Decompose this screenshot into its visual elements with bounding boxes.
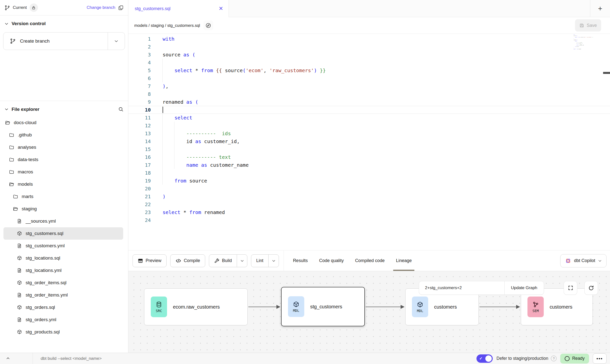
- lint-button[interactable]: Lint: [251, 255, 268, 267]
- lineage-node-ecom-raw-customers[interactable]: SRCecom.raw_customers: [144, 288, 248, 325]
- line-number: 13: [128, 130, 151, 137]
- line-number: 6: [128, 74, 151, 82]
- panel-tab-results[interactable]: Results: [287, 250, 313, 271]
- line-number: 5: [128, 66, 151, 74]
- file-name: docs-cloud: [14, 120, 36, 125]
- fullscreen-button[interactable]: [564, 281, 577, 295]
- file-tree-item--sources-yml[interactable]: __sources.yml: [3, 215, 123, 227]
- file-name: models: [18, 182, 33, 187]
- file-name: stg_products.sql: [26, 329, 60, 335]
- panel-tab-lineage[interactable]: Lineage: [390, 250, 417, 271]
- code-line-6: [163, 74, 571, 82]
- node-type-label: MDL: [293, 309, 299, 313]
- folder-open-icon: [13, 206, 18, 212]
- version-control-header[interactable]: Version control: [0, 16, 128, 30]
- file-name: .github: [18, 132, 32, 138]
- model-icon: [17, 329, 22, 335]
- file-search-icon[interactable]: [118, 106, 124, 112]
- refresh-icon: [588, 285, 594, 291]
- explore-lineage-button[interactable]: [203, 20, 213, 30]
- file-tree-item-marts[interactable]: marts: [3, 190, 123, 203]
- update-graph-button[interactable]: Update Graph: [505, 281, 544, 295]
- node-title: stg_customers: [310, 304, 342, 310]
- node-title: customers: [550, 304, 572, 310]
- file-name: stg_customers.sql: [26, 231, 63, 236]
- file-tree-item-models[interactable]: models: [3, 178, 123, 190]
- file-tree-item--github[interactable]: .github: [3, 129, 123, 141]
- model-icon: [17, 231, 22, 236]
- compile-label: Compile: [184, 258, 200, 263]
- file-tree-item-stg-order-items-sql[interactable]: stg_order_items.sql: [3, 277, 123, 289]
- code-editor[interactable]: 123456789101112131415161718192021222324 …: [128, 34, 610, 250]
- fullscreen-icon: [568, 285, 574, 291]
- node-type-badge: MDL: [412, 297, 428, 317]
- semantic-icon: [532, 301, 539, 308]
- file-name: stg_locations.yml: [26, 268, 62, 273]
- folder-open-icon: [9, 182, 14, 187]
- file-tree-item-macros[interactable]: macros: [3, 166, 123, 178]
- lint-menu-button[interactable]: [268, 255, 279, 267]
- build-button[interactable]: Build: [209, 255, 237, 267]
- command-input[interactable]: dbt build --select <model_name>: [41, 356, 102, 361]
- file-tree-item-stg-orders-yml[interactable]: stg_orders.yml: [3, 314, 123, 326]
- new-tab-button[interactable]: +: [590, 0, 610, 17]
- file-icon: [17, 292, 22, 298]
- branch-header: Current Change branch: [0, 0, 128, 16]
- tab-close-icon[interactable]: ✕: [219, 6, 223, 11]
- node-type-badge: MDL: [288, 296, 304, 317]
- file-tree-item-analyses[interactable]: analyses: [3, 141, 123, 153]
- node-type-badge: SRC: [151, 297, 167, 317]
- file-explorer-section: File explorer docs-cloud.githubanalysesd…: [0, 101, 128, 353]
- file-tree-item-data-tests[interactable]: data-tests: [3, 153, 123, 166]
- lineage-canvas[interactable]: SRCecom.raw_customersMDLstg_customersMDL…: [128, 271, 610, 353]
- file-explorer-header[interactable]: File explorer: [0, 101, 128, 116]
- save-button[interactable]: Save: [575, 19, 601, 32]
- preview-button[interactable]: Preview: [133, 254, 167, 267]
- file-icon: [17, 317, 22, 322]
- collapse-command-bar-button[interactable]: [0, 356, 16, 361]
- panel-tab-code-quality[interactable]: Code quality: [313, 250, 349, 271]
- file-name: staging: [22, 206, 37, 212]
- file-tree-item-stg-customers-yml[interactable]: stg_customers.yml: [3, 240, 123, 252]
- file-tree-item-stg-orders-sql[interactable]: stg_orders.sql: [3, 301, 123, 314]
- file-name: stg_order_items.yml: [26, 292, 68, 298]
- create-branch-split-button: Create branch: [3, 32, 125, 50]
- tab-stg-customers-sql[interactable]: stg_customers.sql ✕: [128, 0, 229, 17]
- compile-button[interactable]: Compile: [170, 254, 205, 267]
- model-icon: [17, 255, 22, 261]
- file-tree-item-stg-products-sql[interactable]: stg_products.sql: [3, 326, 123, 338]
- file-tree-item-staging[interactable]: staging: [3, 203, 123, 215]
- lineage-selector-input[interactable]: 2+stg_customers+2: [419, 281, 504, 295]
- node-type-badge: SEM: [527, 297, 544, 317]
- build-menu-button[interactable]: [237, 255, 247, 267]
- refresh-button[interactable]: [584, 281, 598, 295]
- file-tree-item-docs-cloud[interactable]: docs-cloud: [3, 116, 123, 129]
- code-line-17: name as customer_name: [163, 161, 571, 169]
- file-name: stg_customers.yml: [26, 243, 65, 248]
- overflow-menu-button[interactable]: •••: [593, 353, 607, 364]
- file-tree-item-stg-order-items-yml[interactable]: stg_order_items.yml: [3, 289, 123, 301]
- file-tree-item-stg-locations-yml[interactable]: stg_locations.yml: [3, 264, 123, 277]
- check-icon: ✓: [479, 356, 482, 361]
- code-line-22: [163, 200, 571, 208]
- dbt-copilot-button[interactable]: dbt Copilot: [560, 254, 607, 267]
- panel-tab-compiled-code[interactable]: Compiled code: [349, 250, 390, 271]
- file-tree-item-stg-customers-sql[interactable]: stg_customers.sql: [3, 227, 123, 240]
- help-icon[interactable]: ?: [551, 356, 557, 361]
- ready-status-icon: [565, 356, 570, 361]
- version-control-title: Version control: [12, 21, 46, 26]
- defer-toggle[interactable]: ✓: [476, 354, 493, 363]
- lineage-node-stg-customers[interactable]: MDLstg_customers: [281, 287, 365, 326]
- wrench-icon: [214, 258, 220, 264]
- chevron-up-icon: [6, 356, 10, 361]
- copy-icon[interactable]: [118, 5, 124, 11]
- line-number: 14: [128, 137, 151, 145]
- file-tree-item-stg-locations-sql[interactable]: stg_locations.sql: [3, 252, 123, 264]
- change-branch-link[interactable]: Change branch: [87, 5, 115, 10]
- create-branch-button[interactable]: Create branch: [3, 33, 108, 50]
- database-icon: [155, 301, 162, 308]
- scrollbar-thumb[interactable]: [603, 72, 610, 74]
- create-branch-menu-button[interactable]: [108, 33, 125, 50]
- minimap[interactable]: with source as ( select * from {{ source…: [574, 34, 603, 50]
- code-line-10: [163, 106, 571, 114]
